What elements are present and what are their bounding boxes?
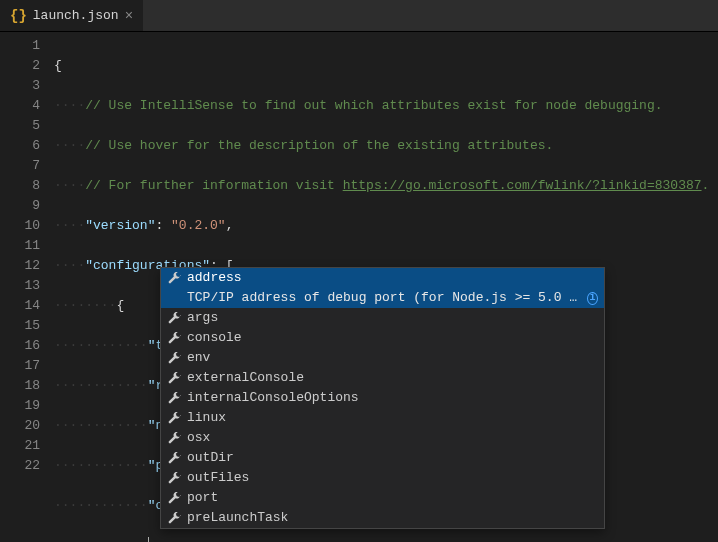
suggest-item[interactable]: env bbox=[161, 348, 604, 368]
suggest-item-description: TCP/IP address of debug port (for Node.j… bbox=[161, 288, 604, 308]
code-text: { bbox=[54, 58, 62, 73]
line-number: 16 bbox=[0, 336, 40, 356]
suggest-item-label: port bbox=[187, 488, 218, 508]
suggest-item-label: outDir bbox=[187, 448, 234, 468]
line-number: 20 bbox=[0, 416, 40, 436]
text-cursor bbox=[148, 537, 149, 542]
wrench-icon bbox=[167, 491, 181, 505]
suggest-item-label: args bbox=[187, 308, 218, 328]
line-number: 13 bbox=[0, 276, 40, 296]
suggest-item[interactable]: outFiles bbox=[161, 468, 604, 488]
json-file-icon: {} bbox=[10, 8, 27, 24]
wrench-icon bbox=[167, 351, 181, 365]
suggest-item[interactable]: linux bbox=[161, 408, 604, 428]
suggest-item[interactable]: outDir bbox=[161, 448, 604, 468]
line-number: 1 bbox=[0, 36, 40, 56]
line-number: 17 bbox=[0, 356, 40, 376]
line-number: 11 bbox=[0, 236, 40, 256]
line-number: 14 bbox=[0, 296, 40, 316]
wrench-icon bbox=[167, 511, 181, 525]
json-key: "version" bbox=[85, 218, 155, 233]
suggest-item-label: osx bbox=[187, 428, 210, 448]
line-number: 6 bbox=[0, 136, 40, 156]
code-comment: // Use IntelliSense to find out which at… bbox=[85, 98, 662, 113]
wrench-icon bbox=[167, 371, 181, 385]
suggest-item-label: env bbox=[187, 348, 210, 368]
line-number: 19 bbox=[0, 396, 40, 416]
line-number: 15 bbox=[0, 316, 40, 336]
tab-bar-space bbox=[143, 0, 718, 31]
wrench-icon bbox=[167, 431, 181, 445]
intellisense-popup[interactable]: address TCP/IP address of debug port (fo… bbox=[160, 267, 605, 529]
json-value: "0.2.0" bbox=[171, 218, 226, 233]
suggest-item[interactable]: console bbox=[161, 328, 604, 348]
suggest-item-label: linux bbox=[187, 408, 226, 428]
line-number: 2 bbox=[0, 56, 40, 76]
line-number: 3 bbox=[0, 76, 40, 96]
info-icon[interactable]: i bbox=[587, 292, 598, 305]
wrench-icon bbox=[167, 311, 181, 325]
line-number: 22 bbox=[0, 456, 40, 476]
code-comment: . bbox=[702, 178, 710, 193]
line-number-gutter: 1 2 3 4 5 6 7 8 9 10 11 12 13 14 15 16 1… bbox=[0, 36, 54, 542]
suggest-item-selected[interactable]: address bbox=[161, 268, 604, 288]
line-number: 4 bbox=[0, 96, 40, 116]
suggest-item-label: internalConsoleOptions bbox=[187, 388, 359, 408]
wrench-icon bbox=[167, 271, 181, 285]
wrench-icon bbox=[167, 391, 181, 405]
code-comment: // Use hover for the description of the … bbox=[85, 138, 553, 153]
suggest-item-label: outFiles bbox=[187, 468, 249, 488]
line-number: 21 bbox=[0, 436, 40, 456]
wrench-icon bbox=[167, 451, 181, 465]
close-icon[interactable]: × bbox=[125, 8, 133, 24]
line-number: 12 bbox=[0, 256, 40, 276]
wrench-icon bbox=[167, 331, 181, 345]
wrench-icon bbox=[167, 411, 181, 425]
suggest-item-label: console bbox=[187, 328, 242, 348]
line-number: 18 bbox=[0, 376, 40, 396]
line-number: 8 bbox=[0, 176, 40, 196]
suggest-description-text: TCP/IP address of debug port (for Node.j… bbox=[187, 288, 583, 308]
code-link[interactable]: https://go.microsoft.com/fwlink/?linkid=… bbox=[343, 178, 702, 193]
suggest-item[interactable]: args bbox=[161, 308, 604, 328]
code-comment: // For further information visit bbox=[85, 178, 342, 193]
tab-bar: {} launch.json × bbox=[0, 0, 718, 32]
editor-tab-launch-json[interactable]: {} launch.json × bbox=[0, 0, 143, 31]
tab-filename: launch.json bbox=[33, 8, 119, 23]
suggest-item[interactable]: port bbox=[161, 488, 604, 508]
suggest-item[interactable]: osx bbox=[161, 428, 604, 448]
suggest-item-label: externalConsole bbox=[187, 368, 304, 388]
line-number: 5 bbox=[0, 116, 40, 136]
line-number: 9 bbox=[0, 196, 40, 216]
suggest-item[interactable]: preLaunchTask bbox=[161, 508, 604, 528]
suggest-item-label: address bbox=[187, 268, 242, 288]
wrench-icon bbox=[167, 471, 181, 485]
suggest-item[interactable]: externalConsole bbox=[161, 368, 604, 388]
line-number: 7 bbox=[0, 156, 40, 176]
line-number: 10 bbox=[0, 216, 40, 236]
suggest-item[interactable]: internalConsoleOptions bbox=[161, 388, 604, 408]
suggest-item-label: preLaunchTask bbox=[187, 508, 288, 528]
